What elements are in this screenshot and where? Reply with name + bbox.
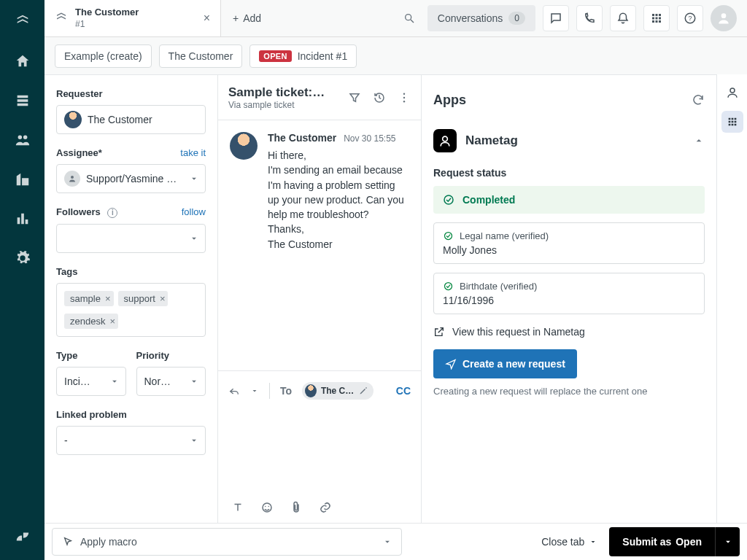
svg-point-14 bbox=[445, 283, 452, 290]
svg-point-13 bbox=[445, 233, 452, 240]
compose-toolbar bbox=[218, 492, 421, 523]
avatar-icon bbox=[64, 111, 82, 128]
search-button[interactable] bbox=[398, 12, 420, 24]
requester-field[interactable]: The Customer bbox=[56, 105, 206, 134]
chevron-down-icon bbox=[189, 435, 199, 446]
views-icon[interactable] bbox=[11, 89, 34, 112]
subtab-example-create[interactable]: Example (create) bbox=[55, 44, 152, 68]
tab-title: The Customer bbox=[75, 7, 204, 18]
info-icon[interactable]: i bbox=[107, 208, 117, 218]
reply-to-chip[interactable]: The Cu… bbox=[302, 382, 374, 400]
tag-chip[interactable]: zendesk × bbox=[64, 314, 118, 329]
text-format-icon[interactable] bbox=[231, 501, 244, 514]
history-icon[interactable] bbox=[373, 91, 386, 104]
requester-value: The Customer bbox=[88, 114, 198, 125]
follow-link[interactable]: follow bbox=[182, 206, 206, 217]
attachment-icon[interactable] bbox=[290, 501, 303, 514]
create-request-button[interactable]: Create a new request bbox=[433, 349, 577, 378]
cc-button[interactable]: CC bbox=[396, 385, 411, 397]
close-icon[interactable]: × bbox=[204, 12, 210, 25]
status-badge-open: OPEN bbox=[259, 50, 291, 62]
link-icon[interactable] bbox=[319, 501, 332, 514]
conversation-panel: Sample ticket:… Via sample ticket bbox=[218, 74, 422, 523]
reply-composer[interactable] bbox=[218, 410, 421, 492]
notifications-icon[interactable] bbox=[610, 5, 636, 31]
refresh-icon[interactable] bbox=[692, 93, 705, 106]
collapse-icon[interactable] bbox=[693, 135, 705, 147]
type-field[interactable]: Inci… bbox=[56, 367, 126, 396]
remove-tag-icon[interactable]: × bbox=[109, 316, 115, 327]
workspace-tab[interactable]: The Customer #1 × bbox=[44, 0, 221, 36]
remove-tag-icon[interactable]: × bbox=[105, 293, 111, 304]
close-tab-button[interactable]: Close tab bbox=[541, 536, 597, 548]
followers-field[interactable] bbox=[56, 224, 206, 253]
message-line: Thanks, bbox=[268, 222, 408, 236]
apps-icon[interactable] bbox=[721, 111, 743, 133]
phone-icon[interactable] bbox=[576, 5, 603, 31]
tags-field[interactable]: sample × support × zendesk × bbox=[56, 283, 206, 337]
admin-icon[interactable] bbox=[11, 246, 34, 270]
assignee-field[interactable]: Support/Yasmine … bbox=[56, 164, 206, 193]
message-line: I'm sending an email because I'm having … bbox=[268, 163, 408, 222]
close-tab-label: Close tab bbox=[541, 536, 584, 548]
emoji-icon[interactable] bbox=[260, 501, 274, 514]
svg-point-4 bbox=[730, 88, 735, 93]
birthdate-box: Birthdate (verified) 11/16/1996 bbox=[433, 273, 705, 314]
submit-button[interactable]: Submit as Open bbox=[609, 527, 715, 556]
ticket-via: Via sample ticket bbox=[228, 100, 325, 110]
message-author: The Customer bbox=[268, 132, 336, 144]
take-it-link[interactable]: take it bbox=[180, 147, 206, 158]
add-tab-button[interactable]: + Add bbox=[221, 0, 273, 36]
zendesk-logo-icon[interactable] bbox=[11, 10, 34, 34]
apps-panel: Apps Nametag Request status Completed bbox=[422, 74, 716, 523]
apps-panel-title: Apps bbox=[433, 93, 466, 108]
tag-chip[interactable]: support × bbox=[118, 291, 169, 306]
tag-label: zendesk bbox=[70, 316, 105, 327]
chat-icon[interactable] bbox=[543, 5, 569, 31]
apply-macro-field[interactable]: Apply macro bbox=[52, 528, 402, 556]
priority-field[interactable]: Nor… bbox=[136, 367, 206, 396]
reply-chevron-icon[interactable] bbox=[250, 386, 259, 395]
user-icon bbox=[64, 171, 80, 187]
submit-dropdown-button[interactable] bbox=[715, 527, 740, 556]
more-icon[interactable] bbox=[398, 91, 411, 104]
svg-point-6 bbox=[403, 96, 405, 98]
reply-icon[interactable] bbox=[228, 385, 240, 397]
subtab-the-customer[interactable]: The Customer bbox=[159, 44, 243, 68]
customers-icon[interactable] bbox=[11, 128, 34, 152]
reporting-icon[interactable] bbox=[11, 207, 34, 230]
edit-icon[interactable] bbox=[359, 386, 368, 395]
view-in-nametag-link[interactable]: View this request in Nametag bbox=[433, 326, 705, 338]
conversations-button[interactable]: Conversations 0 bbox=[427, 5, 535, 31]
filter-icon[interactable] bbox=[348, 91, 361, 104]
svg-point-5 bbox=[403, 93, 405, 94]
chevron-down-icon bbox=[109, 376, 120, 386]
tag-label: sample bbox=[70, 293, 101, 304]
chip-avatar-icon bbox=[305, 384, 317, 397]
view-link-label: View this request in Nametag bbox=[452, 326, 585, 338]
linked-problem-field[interactable]: - bbox=[56, 426, 206, 455]
zendesk-products-icon[interactable] bbox=[11, 525, 34, 548]
chevron-down-icon bbox=[382, 537, 392, 547]
tag-chip[interactable]: sample × bbox=[64, 291, 114, 306]
user-avatar[interactable] bbox=[711, 5, 737, 31]
ticket-icon bbox=[55, 12, 68, 25]
tags-label: Tags bbox=[56, 266, 206, 277]
check-circle-icon bbox=[443, 230, 454, 241]
remove-tag-icon[interactable]: × bbox=[160, 293, 166, 304]
sidebar-rail bbox=[0, 0, 44, 560]
tab-subtitle: #1 bbox=[75, 18, 204, 30]
assignee-value: Support/Yasmine … bbox=[86, 173, 198, 184]
home-icon[interactable] bbox=[11, 50, 34, 73]
priority-label: Priority bbox=[136, 350, 206, 361]
apps-grid-icon[interactable] bbox=[643, 5, 670, 31]
organizations-icon[interactable] bbox=[11, 168, 34, 191]
svg-point-9 bbox=[265, 506, 266, 508]
message-avatar-icon bbox=[230, 132, 258, 160]
user-profile-icon[interactable] bbox=[721, 82, 743, 104]
help-icon[interactable]: ? bbox=[677, 5, 703, 31]
chevron-down-icon bbox=[189, 233, 199, 244]
plus-icon: + bbox=[233, 12, 239, 24]
subtab-incident[interactable]: OPEN Incident #1 bbox=[249, 44, 357, 68]
create-request-label: Create a new request bbox=[462, 358, 565, 370]
